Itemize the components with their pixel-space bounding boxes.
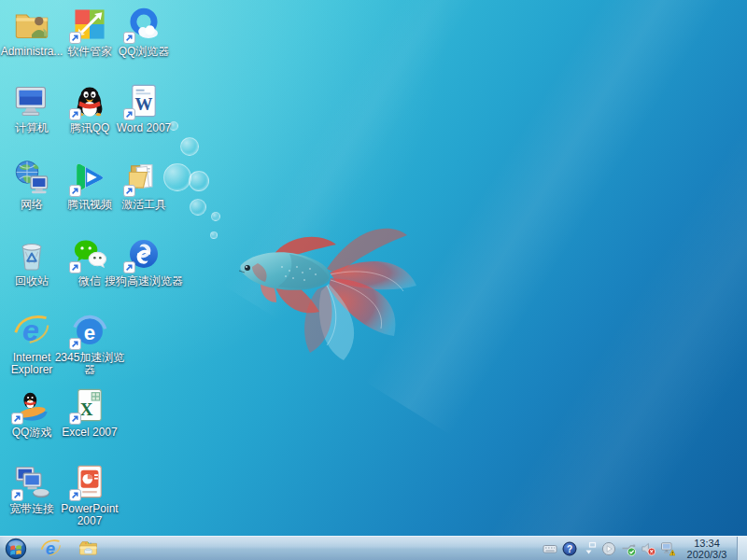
desktop-icon-powerpoint-2007[interactable]: PowerPoint 2007 <box>60 463 120 527</box>
desktop-icon-2345-browser[interactable]: e2345加速浏览器 <box>60 312 120 376</box>
clock-time: 13:34 <box>681 538 733 549</box>
qq-games-icon <box>13 386 50 424</box>
shortcut-arrow-icon <box>69 261 81 273</box>
show-hidden-icons[interactable] <box>582 541 597 556</box>
taskbar-clock[interactable]: 13:34 2020/3/3 <box>679 538 735 560</box>
safely-remove-hardware-icon[interactable] <box>621 541 636 556</box>
desktop-icon-sogou-browser[interactable]: 搜狗高速浏览器 <box>114 235 174 287</box>
sogou-browser-icon <box>125 235 162 273</box>
qq-browser-icon <box>125 6 162 43</box>
desktop-icon-label: 激活工具 <box>105 199 183 211</box>
taskbar-pinned-area: e <box>32 537 106 560</box>
word-2007-icon: W <box>125 82 162 119</box>
wechat-icon <box>71 235 108 273</box>
svg-text:X: X <box>80 399 93 419</box>
taskbar: e ? 13:34 2020/3/3 <box>0 536 747 560</box>
desktop-icons: Administra...软件管家QQ浏览器计算机腾讯QQWWord 2007网… <box>0 0 747 560</box>
recycle-bin-icon <box>13 235 50 273</box>
network-icon <box>13 159 50 196</box>
shortcut-arrow-icon <box>11 413 23 425</box>
tencent-video-icon <box>71 159 108 196</box>
desktop-icon-activation-tools[interactable]: 激活工具 <box>114 159 174 211</box>
svg-text:?: ? <box>567 543 572 553</box>
shortcut-arrow-icon <box>123 108 135 120</box>
shortcut-arrow-icon <box>69 32 81 44</box>
internet-explorer-taskbar[interactable]: e <box>32 537 69 560</box>
help-icon[interactable]: ? <box>562 541 577 556</box>
desktop-icon-label: Excel 2007 <box>50 427 129 439</box>
administrator-folder-icon <box>13 6 50 43</box>
shortcut-arrow-icon <box>69 185 81 197</box>
shortcut-arrow-icon <box>123 32 135 44</box>
2345-browser-icon: e <box>71 312 108 349</box>
shortcut-arrow-icon <box>69 489 81 501</box>
shortcut-arrow-icon <box>123 261 135 273</box>
desktop-icon-label: 搜狗高速浏览器 <box>105 275 183 287</box>
desktop-icon-label: Word 2007 <box>105 122 183 134</box>
broadband-connection-icon <box>13 463 50 500</box>
internet-explorer-icon: e <box>13 312 50 349</box>
software-manager-icon <box>71 6 108 43</box>
desktop-icon-excel-2007[interactable]: XExcel 2007 <box>60 386 120 439</box>
shortcut-arrow-icon <box>11 489 23 501</box>
system-tray: ? <box>543 541 679 556</box>
desktop-icon-label: PowerPoint 2007 <box>50 503 129 527</box>
tencent-qq-icon <box>71 82 108 119</box>
activation-tools-icon <box>125 159 162 196</box>
shortcut-arrow-icon <box>123 185 135 197</box>
file-explorer-taskbar[interactable] <box>69 537 106 560</box>
clock-date: 2020/3/3 <box>681 549 733 560</box>
svg-text:W: W <box>135 94 153 114</box>
shortcut-arrow-icon <box>69 108 81 120</box>
ime-keyboard-icon[interactable] <box>543 541 557 556</box>
show-desktop-button[interactable] <box>737 537 747 560</box>
start-button[interactable] <box>0 537 32 560</box>
shortcut-arrow-icon <box>69 413 81 425</box>
desktop-icon-qq-browser[interactable]: QQ浏览器 <box>114 6 174 58</box>
shortcut-arrow-icon <box>69 338 81 350</box>
network-warning-icon[interactable] <box>660 541 675 556</box>
autoplay-icon[interactable] <box>601 541 616 556</box>
desktop-icon-label: QQ浏览器 <box>105 46 183 58</box>
powerpoint-2007-icon <box>71 463 108 500</box>
desktop-icon-word-2007[interactable]: WWord 2007 <box>114 82 174 134</box>
desktop-icon-label: 2345加速浏览器 <box>50 352 129 376</box>
volume-muted-icon[interactable] <box>641 541 655 556</box>
excel-2007-icon: X <box>71 386 108 424</box>
computer-icon <box>13 82 50 119</box>
svg-text:e: e <box>84 321 95 344</box>
